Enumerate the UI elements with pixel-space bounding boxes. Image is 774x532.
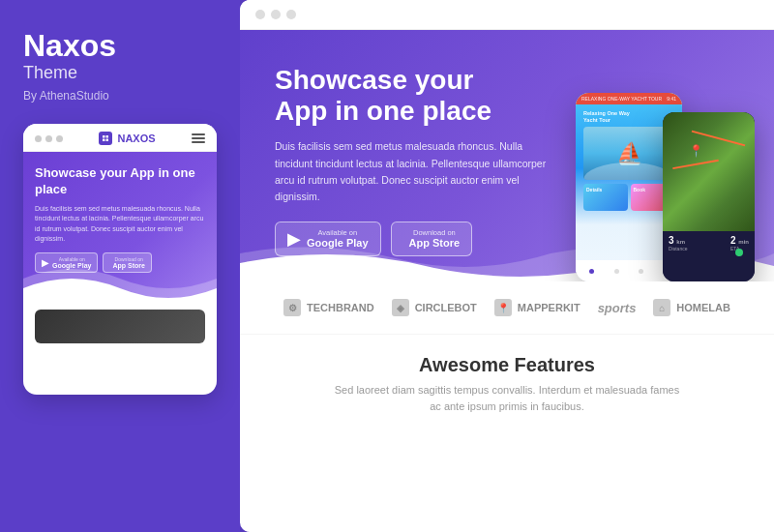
browser-dot-2 bbox=[271, 10, 281, 19]
main-content: Showcase your App in one place Duis faci… bbox=[240, 0, 774, 532]
sidebar-subtitle: Theme bbox=[23, 63, 217, 83]
circlebot-label: CIRCLEBOT bbox=[415, 302, 477, 313]
mini-phone-topbar: NAXOS bbox=[23, 124, 217, 152]
features-section: Awesome Features Sed laoreet diam sagitt… bbox=[240, 335, 774, 433]
mapperkit-icon: 📍 bbox=[494, 299, 512, 316]
mini-phone-hero: Showcase your App in one place Duis faci… bbox=[23, 152, 217, 302]
card-label-1: Details bbox=[583, 184, 628, 195]
sidebar-by: By AthenaStudio bbox=[23, 89, 217, 103]
mini-phone-mockup: NAXOS Showcase your App in one place Dui… bbox=[23, 124, 217, 395]
techbrand-label: TECHBRAND bbox=[307, 302, 374, 313]
mini-phone-bottom bbox=[23, 302, 217, 351]
phone-map: 📍 bbox=[663, 112, 755, 239]
phone-info-panel: 3 km Distance 2 min ETA bbox=[663, 231, 755, 282]
browser-dot-1 bbox=[255, 10, 265, 19]
circlebot-icon: ◈ bbox=[392, 299, 409, 316]
mini-phone-dots bbox=[35, 135, 63, 142]
phone-screen-label: RELAXING ONE-WAY YACHT TOUR bbox=[581, 96, 662, 102]
svg-rect-0 bbox=[103, 135, 105, 138]
phone-screen-right: 📍 3 km Distance 2 min ETA bbox=[663, 112, 755, 281]
brand-mapperkit: 📍 MAPPERKIT bbox=[494, 299, 580, 316]
mini-hamburger-icon[interactable] bbox=[192, 133, 205, 143]
phone-info-left: 3 km Distance bbox=[669, 235, 687, 251]
mini-hero-wave bbox=[23, 259, 217, 303]
brand-circlebot: ◈ CIRCLEBOT bbox=[392, 299, 477, 316]
svg-rect-1 bbox=[106, 135, 109, 138]
mini-logo-icon bbox=[99, 132, 112, 145]
browser-dot-3 bbox=[286, 10, 296, 19]
phone-screen-top-bar: RELAXING ONE-WAY YACHT TOUR 9:41 bbox=[576, 93, 682, 104]
mini-dot-2 bbox=[45, 135, 52, 142]
status-dot bbox=[735, 249, 743, 256]
mini-phone-logo: NAXOS bbox=[99, 132, 155, 145]
sports-label: sports bbox=[598, 301, 637, 315]
hero-section: Showcase your App in one place Duis faci… bbox=[240, 30, 774, 281]
app-store-button[interactable]: Download on App Store bbox=[391, 222, 473, 256]
brand-sports: sports bbox=[598, 301, 637, 315]
homelab-icon: ⌂ bbox=[653, 299, 670, 316]
app-store-btn-text: Download on App Store bbox=[409, 228, 461, 249]
sidebar: Naxos Theme By AthenaStudio NAXOS Showca… bbox=[0, 0, 240, 532]
sidebar-title: Naxos bbox=[23, 29, 217, 63]
phone-time: 2 min bbox=[730, 235, 749, 246]
phone-hero-title: Relaxing One WayYacht Tour bbox=[583, 110, 674, 124]
map-pin-icon: 📍 bbox=[689, 144, 703, 158]
svg-rect-3 bbox=[106, 139, 109, 142]
phone-card-1: Details bbox=[583, 184, 628, 211]
brands-section: ⚙ TECHBRAND ◈ CIRCLEBOT 📍 MAPPERKIT spor… bbox=[240, 281, 774, 335]
mini-hero-text: Duis facilisis sem sed metus malesuada r… bbox=[35, 204, 205, 245]
mapperkit-label: MAPPERKIT bbox=[518, 302, 580, 313]
svg-rect-2 bbox=[103, 139, 105, 142]
mini-dot-3 bbox=[56, 135, 63, 142]
brand-techbrand: ⚙ TECHBRAND bbox=[283, 299, 374, 316]
phone-boat-image: ⛵ bbox=[583, 127, 674, 180]
phone-screen-cards: Details Book bbox=[583, 184, 674, 211]
google-play-button[interactable]: ▶ Available on Google Play bbox=[275, 222, 381, 256]
google-play-icon: ▶ bbox=[287, 228, 301, 250]
browser-bar bbox=[240, 0, 774, 30]
mini-dot-1 bbox=[35, 135, 42, 142]
nav-dot-2 bbox=[614, 269, 619, 274]
hero-phones: RELAXING ONE-WAY YACHT TOUR 9:41 Relaxin… bbox=[576, 93, 755, 281]
nav-dot-1 bbox=[589, 269, 594, 274]
phone-distance: 3 km bbox=[669, 235, 687, 246]
phone-mockup-right: 📍 3 km Distance 2 min ETA bbox=[663, 112, 755, 281]
google-play-btn-text: Available on Google Play bbox=[307, 228, 369, 249]
boat-wave bbox=[583, 163, 674, 180]
features-subtitle: Sed laoreet diam sagittis tempus convall… bbox=[333, 382, 681, 414]
distance-label: Distance bbox=[669, 246, 687, 251]
techbrand-icon: ⚙ bbox=[283, 299, 301, 316]
mini-hero-title: Showcase your App in one place bbox=[35, 165, 205, 198]
homelab-label: HOMELAB bbox=[676, 302, 730, 313]
nav-dot-3 bbox=[639, 269, 643, 274]
features-title: Awesome Features bbox=[275, 354, 739, 376]
map-route-2 bbox=[672, 159, 718, 168]
phone-screen-time: 9:41 bbox=[667, 96, 676, 102]
mini-logo-text: NAXOS bbox=[117, 133, 155, 144]
brand-homelab: ⌂ HOMELAB bbox=[653, 299, 730, 316]
mini-phone-bottom-image bbox=[35, 310, 205, 343]
hero-description: Duis facilisis sem sed metus malesuada r… bbox=[275, 138, 555, 205]
